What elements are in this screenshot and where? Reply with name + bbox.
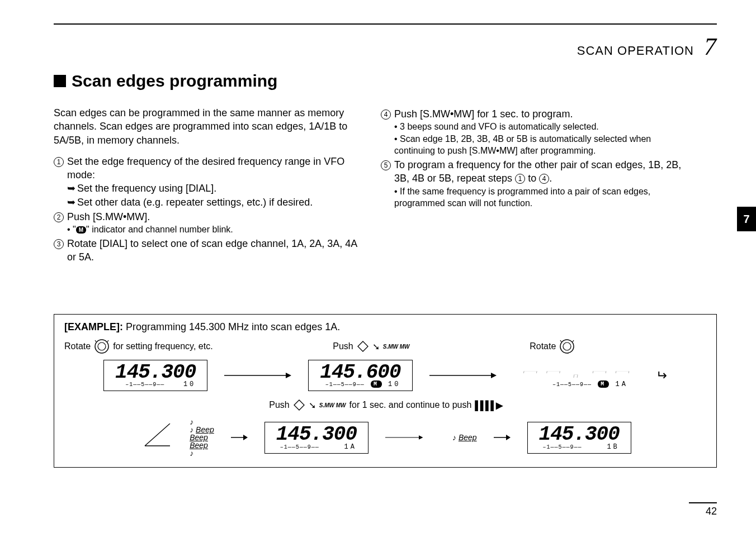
step-5: 5 To program a frequency for the other p… <box>381 158 686 185</box>
step-5-sub: • If the same frequency is programmed in… <box>394 185 686 210</box>
step-1-sub-b: ➥ Set other data (e.g. repeater settings… <box>67 196 358 209</box>
svg-point-4 <box>563 342 571 350</box>
lcd-1-freq: 145.300 <box>115 364 196 382</box>
svg-marker-9 <box>294 400 304 410</box>
lcd-3-ch: 1A <box>616 380 628 388</box>
side-tab: 7 <box>737 207 756 231</box>
step-1-sub-a: ➥ Set the frequency using [DIAL]. <box>67 182 358 195</box>
svg-marker-6 <box>286 373 291 378</box>
arrow-right-icon <box>385 433 436 442</box>
lcd-5-freq: 145.300 <box>539 426 620 444</box>
section-title: Scan edges programming <box>54 72 277 91</box>
svg-marker-13 <box>243 435 248 440</box>
arrow-right-icon <box>224 371 291 380</box>
arrow-right-icon <box>429 371 497 380</box>
lcd-1: 145.300 –1——5——9—— 10 <box>103 360 207 391</box>
step-4-text: Push [S.MW•MW] for 1 sec. to program. <box>394 107 686 121</box>
example-title: [EXAMPLE]: Programming 145.300 MHz into … <box>64 321 706 333</box>
arrow-right-icon <box>231 433 248 442</box>
ref-step-1-icon: 1 <box>515 174 525 184</box>
svg-marker-2 <box>358 341 368 351</box>
push-button-label: Push ➘S.MW MW <box>333 340 409 353</box>
rotate-dial-label: Rotate for setting frequency, etc. <box>64 339 213 354</box>
arrow-down-icon: ➘ <box>372 341 380 352</box>
step-3-number: 3 <box>54 237 67 250</box>
page-number: 42 <box>689 502 717 517</box>
ref-step-4-icon: 4 <box>539 174 549 184</box>
dial-icon <box>559 339 575 354</box>
lcd-3-freq: — — . — — <box>525 364 628 382</box>
svg-point-1 <box>98 342 106 350</box>
step-4-sub-b: • Scan edge 1B, 2B, 3B, 4B or 5B is auto… <box>394 133 686 157</box>
m-indicator-icon: M <box>76 226 86 234</box>
lcd-4: 145.300 –1——5——9—— 1A <box>264 422 368 453</box>
rotate-dial-label-2: Rotate <box>530 339 575 354</box>
side-tab-number: 7 <box>743 213 749 226</box>
lcd-2: 145.600 –1——5——9—— M 10 <box>308 360 412 391</box>
title-bullet-icon <box>54 75 66 87</box>
section-name: SCAN OPERATION <box>577 44 694 58</box>
step-1: 1 Set the edge frequency of the desired … <box>54 155 358 182</box>
button-icon <box>357 340 369 353</box>
bent-arrow-icon: ↵ <box>656 368 667 383</box>
step-1-number: 1 <box>54 155 67 168</box>
step-2-sub: • "M" indicator and channel number blink… <box>67 223 358 236</box>
lcd-1-ch: 10 <box>183 380 196 388</box>
arrow-icon: ➥ <box>67 196 77 209</box>
right-column: 4 Push [S.MW•MW] for 1 sec. to program. … <box>381 106 686 264</box>
step-3: 3 Rotate [DIAL] to select one of scan ed… <box>54 237 358 264</box>
hold-bars-icon: ▌▌▌▌▶ <box>475 400 501 411</box>
intro-paragraph: Scan edges can be programmed in the same… <box>54 106 358 147</box>
chapter-number: 7 <box>704 32 717 61</box>
lcd-2-freq: 145.600 <box>320 364 400 382</box>
svg-marker-15 <box>419 436 423 440</box>
step-1-sub-b-text: Set other data (e.g. repeater settings, … <box>77 196 313 209</box>
step-4-number: 4 <box>381 107 394 121</box>
beep-1x: ♪ Beep <box>452 434 477 441</box>
left-column: Scan edges can be programmed in the same… <box>54 106 358 264</box>
arrow-right-icon <box>494 433 511 442</box>
step-5-text: To program a frequency for the other pai… <box>394 158 686 185</box>
step-2-number: 2 <box>54 210 67 223</box>
lcd-4-ch: 1A <box>344 443 357 451</box>
svg-point-0 <box>95 340 108 353</box>
beep-3x: ♪ ♪ Beep Beep Beep ♪ <box>190 418 214 457</box>
lcd-5-ch: 1B <box>607 443 619 451</box>
arrow-icon: ➥ <box>67 182 77 195</box>
branch-arrow-icon <box>139 423 173 451</box>
step-5-number: 5 <box>381 158 394 172</box>
title-text: Scan edges programming <box>72 72 277 91</box>
running-header: SCAN OPERATION 7 <box>577 32 717 61</box>
step-2: 2 Push [S.MW•MW]. <box>54 210 358 223</box>
step-3-text: Rotate [DIAL] to select one of scan edge… <box>67 237 358 264</box>
example-box: [EXAMPLE]: Programming 145.300 MHz into … <box>54 314 717 468</box>
arrow-down-icon: ➘ <box>309 400 316 411</box>
m-indicator-icon: M <box>598 380 609 388</box>
button-icon <box>293 399 305 411</box>
step-2-text: Push [S.MW•MW]. <box>67 210 358 223</box>
top-rule <box>54 23 717 25</box>
svg-point-3 <box>560 340 574 353</box>
svg-marker-8 <box>491 373 497 378</box>
dial-icon <box>94 339 110 354</box>
step-4: 4 Push [S.MW•MW] for 1 sec. to program. <box>381 107 686 121</box>
push-hold-label: Push ➘S.MW MW for 1 sec. and continue to… <box>64 399 706 411</box>
step-1-text: Set the edge frequency of the desired fr… <box>67 155 358 182</box>
lcd-4-freq: 145.300 <box>276 426 357 444</box>
step-4-sub-a: • 3 beeps sound and VFO is automatically… <box>394 121 686 133</box>
svg-marker-17 <box>506 435 511 440</box>
smw-label: S.MW MW <box>383 344 410 350</box>
svg-line-10 <box>145 423 170 446</box>
step-1-sub-a-text: Set the frequency using [DIAL]. <box>77 182 216 195</box>
lcd-3: — — . — — –1——5——9—— M 1A <box>513 360 639 391</box>
step-2-sub-text: indicator and channel number blink. <box>92 225 233 234</box>
lcd-5: 145.300 –1——5——9—— 1B <box>527 422 631 453</box>
